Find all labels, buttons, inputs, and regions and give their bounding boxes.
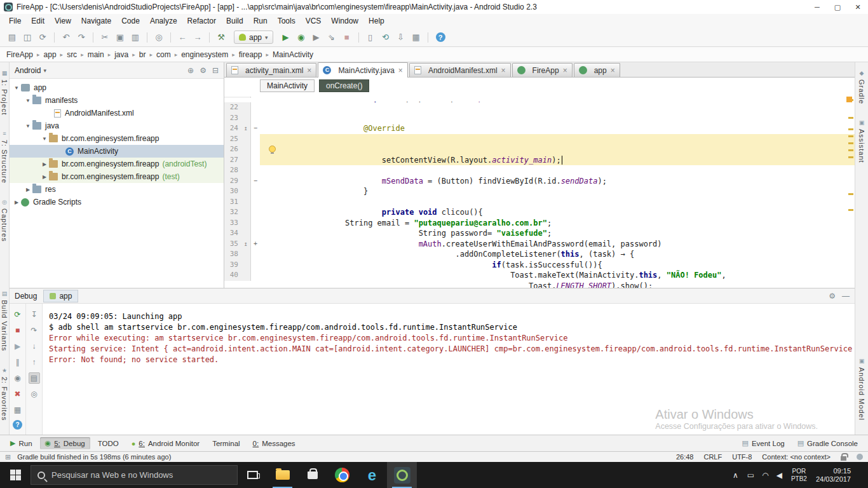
copy-icon[interactable]: ▣	[113, 30, 127, 44]
project-structure-icon[interactable]: ▦	[409, 30, 423, 44]
menu-item[interactable]: Navigate	[76, 15, 116, 27]
context-indicator[interactable]: Context: <no context>	[762, 453, 831, 461]
toolwindow-android-monitor[interactable]: ● 6: Android Monitor	[126, 438, 205, 449]
breadcrumb-item[interactable]: enginesystem ▸	[181, 50, 239, 59]
run-icon[interactable]: ▶	[279, 30, 293, 44]
warning-stripe-mark[interactable]	[848, 149, 853, 151]
warning-stripe-mark[interactable]	[848, 209, 853, 211]
fold-marker-icon[interactable]: +	[251, 240, 260, 248]
step-over-icon[interactable]: ↷	[29, 325, 40, 336]
breadcrumb-item[interactable]: com ▸	[156, 50, 181, 59]
gutter-marker-icon[interactable]	[241, 218, 251, 229]
gutter-marker-icon[interactable]	[241, 260, 251, 271]
menu-item[interactable]: Edit	[26, 15, 50, 27]
windows-store-button[interactable]	[297, 462, 327, 488]
tool-button-captures[interactable]: ◎ Captures	[1, 199, 8, 242]
close-icon[interactable]: ×	[611, 66, 615, 75]
sync-icon[interactable]: ⟳	[36, 30, 50, 44]
fold-marker-icon[interactable]: −	[251, 125, 260, 132]
expand-arrow-icon[interactable]: ▼	[40, 136, 49, 142]
resume-icon[interactable]: ▶	[12, 341, 24, 352]
minimize-button[interactable]: ─	[807, 0, 827, 14]
help-icon[interactable]: ?	[436, 32, 445, 42]
help-icon[interactable]: ?	[13, 420, 22, 430]
paste-icon[interactable]: ▥	[128, 30, 142, 44]
redo-icon[interactable]: ↷	[74, 30, 88, 44]
code-editor[interactable]: private FirebaseAuth mAuth; 22	[224, 94, 855, 288]
view-breakpoints-icon[interactable]: ◉	[12, 372, 24, 384]
toolwindow-debug[interactable]: ◉ 5: Debug	[40, 437, 90, 449]
project-tree-item[interactable]: ▶ res	[10, 183, 224, 196]
tool-button-assistant[interactable]: ▣ Assistant	[858, 119, 865, 163]
expand-arrow-icon[interactable]: ▶	[40, 174, 49, 180]
gutter-marker-icon[interactable]: ↥	[241, 239, 251, 250]
gutter-marker-icon[interactable]	[241, 176, 251, 187]
gutter-marker-icon[interactable]	[241, 134, 251, 145]
file-explorer-button[interactable]	[268, 462, 297, 488]
menu-item[interactable]: Code	[116, 15, 145, 27]
menu-item[interactable]: Help	[363, 15, 390, 27]
show-execution-point-icon[interactable]: ↧	[29, 309, 40, 320]
project-tree-item[interactable]: ▶ Gradle Scripts	[10, 196, 224, 208]
toolwindow-messages[interactable]: 0: Messages	[248, 438, 301, 449]
project-tree-item[interactable]: ▼ manifests	[10, 94, 224, 107]
line-separator-indicator[interactable]: CRLF	[703, 453, 722, 461]
make-project-icon[interactable]: ⚒	[214, 30, 228, 44]
expand-arrow-icon[interactable]: ▼	[12, 85, 21, 91]
memory-snapshot-icon[interactable]: ◎	[29, 388, 40, 400]
menu-item[interactable]: Window	[326, 15, 363, 27]
breadcrumb-item[interactable]: fireapp ▸	[239, 50, 273, 59]
toolwindow-todo[interactable]: TODO	[93, 438, 124, 449]
editor-tab[interactable]: activity_main.xml ×	[226, 63, 316, 77]
gradle-sync-icon[interactable]: ⟲	[379, 30, 393, 44]
gutter-marker-icon[interactable]	[241, 249, 251, 260]
warning-stripe-mark[interactable]	[848, 128, 853, 130]
editor-tab[interactable]: app ×	[574, 63, 620, 77]
start-button[interactable]	[0, 462, 31, 488]
breadcrumb-item[interactable]: FireApp ▸	[6, 50, 44, 59]
avd-manager-icon[interactable]: ▯	[363, 30, 377, 44]
undo-icon[interactable]: ↶	[59, 30, 73, 44]
breadcrumb-chip[interactable]: onCreate()	[319, 79, 369, 92]
trash-icon[interactable]: ▦	[12, 404, 24, 416]
error-stripe[interactable]	[847, 94, 855, 288]
debug-session-tab[interactable]: app	[43, 290, 78, 302]
project-tree-item[interactable]: ▶ br.com.enginesystem.fireapp (androidTe…	[10, 158, 224, 170]
rerun-icon[interactable]: ⟳	[12, 309, 24, 320]
breadcrumb-chip[interactable]: MainActivity	[260, 79, 315, 92]
breadcrumb-item[interactable]: main ▸	[88, 50, 115, 59]
editor-tab[interactable]: C MainActivity.java ×	[318, 62, 408, 78]
breadcrumb-item[interactable]: MainActivity ▸	[273, 50, 313, 59]
menu-item[interactable]: View	[50, 15, 76, 27]
lock-icon[interactable]	[841, 456, 846, 461]
search-input[interactable]	[51, 470, 237, 480]
gutter-marker-icon[interactable]	[241, 186, 251, 197]
maximize-button[interactable]: ▢	[827, 0, 848, 14]
volume-icon[interactable]: ◀	[776, 471, 782, 480]
close-icon[interactable]: ×	[307, 66, 311, 75]
tool-button-build-variants[interactable]: ▤ Build Variants	[1, 290, 8, 351]
caret-position[interactable]: 26:48	[676, 453, 694, 461]
console-view-icon[interactable]: ▤	[29, 372, 40, 384]
expand-arrow-icon[interactable]: ▼	[24, 123, 32, 129]
gutter-marker-icon[interactable]	[241, 270, 251, 281]
hide-icon[interactable]: —	[842, 292, 850, 301]
close-icon[interactable]: ×	[501, 66, 506, 75]
inspections-status-icon[interactable]	[857, 454, 863, 460]
menu-item[interactable]: VCS	[301, 15, 327, 27]
warning-stripe-mark[interactable]	[848, 117, 853, 119]
gutter-marker-icon[interactable]	[241, 197, 251, 208]
android-studio-taskbar-button[interactable]	[387, 462, 417, 488]
network-icon[interactable]: ◠	[762, 471, 768, 480]
tool-button-gradle[interactable]: ◆ Gradle	[858, 70, 865, 104]
project-tree-item[interactable]: C MainActivity	[10, 145, 224, 158]
warning-stripe-mark[interactable]	[848, 193, 853, 195]
close-icon[interactable]: ✖	[12, 388, 24, 400]
project-tree-item[interactable]: ▼ app	[10, 81, 224, 94]
toolwindow-terminal[interactable]: Terminal	[207, 438, 245, 449]
breadcrumb-item[interactable]: src ▸	[67, 50, 88, 59]
expand-arrow-icon[interactable]: ▼	[24, 98, 32, 104]
fold-marker-icon[interactable]: −	[251, 177, 260, 185]
collapse-all-icon[interactable]: ⊟	[212, 66, 219, 75]
step-out-icon[interactable]: ↑	[29, 356, 40, 368]
